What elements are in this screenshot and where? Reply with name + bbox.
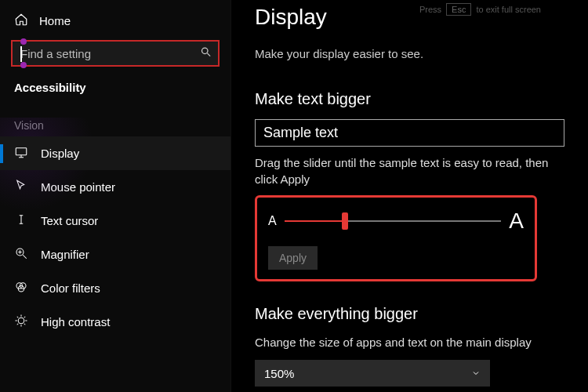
sample-text-box: Sample text — [255, 119, 564, 147]
sidebar-item-label: Color filters — [41, 281, 100, 295]
scale-instruction: Change the size of apps and text on the … — [255, 334, 564, 350]
section-heading-text-bigger: Make text bigger — [255, 90, 572, 108]
home-icon — [14, 13, 28, 29]
sidebar-item-label: Text cursor — [41, 214, 98, 227]
svg-line-19 — [24, 324, 26, 325]
svg-line-1 — [207, 53, 210, 56]
fullscreen-hint: Press Esc to exit full screen — [419, 3, 541, 16]
sidebar-item-label: Mouse pointer — [41, 180, 115, 194]
highlight-dot-icon — [20, 38, 27, 45]
page-subtitle: Make your display easier to see. — [255, 47, 572, 60]
svg-point-13 — [18, 318, 24, 324]
svg-point-0 — [202, 48, 209, 54]
scale-dropdown[interactable]: 150% — [255, 360, 490, 387]
sidebar-item-label: Magnifier — [41, 248, 89, 261]
sidebar-item-mouse-pointer[interactable]: Mouse pointer — [0, 170, 230, 204]
highlight-dot-icon — [20, 62, 27, 68]
sidebar-item-magnifier[interactable]: Magnifier — [0, 238, 230, 271]
sidebar-section-title: Accessibility — [0, 67, 230, 100]
sidebar-item-color-filters[interactable]: Color filters — [0, 271, 230, 305]
magnifier-icon — [14, 246, 28, 263]
nav-home[interactable]: Home — [0, 8, 230, 37]
sidebar-item-high-contrast[interactable]: High contrast — [0, 305, 230, 339]
text-size-slider[interactable] — [285, 220, 502, 222]
svg-line-7 — [23, 255, 27, 259]
sidebar-group-label: Vision — [0, 100, 230, 136]
chevron-down-icon — [471, 367, 481, 380]
nav-home-label: Home — [39, 14, 71, 27]
text-cursor-icon — [14, 212, 28, 229]
text-size-slider-block: A A Apply — [255, 195, 537, 281]
sidebar: Home Accessibility Vision Display Mouse … — [0, 0, 231, 392]
high-contrast-icon — [14, 314, 28, 330]
small-a-icon: A — [268, 214, 277, 228]
slider-instruction: Drag the slider until the sample text is… — [255, 154, 564, 187]
display-icon — [14, 145, 28, 162]
hint-text: to exit full screen — [476, 5, 541, 14]
slider-thumb[interactable] — [342, 212, 348, 230]
section-heading-everything-bigger: Make everything bigger — [255, 305, 572, 323]
svg-line-21 — [17, 324, 19, 325]
dropdown-value: 150% — [264, 367, 294, 380]
search-input[interactable] — [13, 42, 218, 65]
sidebar-item-label: High contrast — [41, 315, 110, 328]
sidebar-item-display[interactable]: Display — [0, 136, 230, 170]
text-caret-icon — [20, 46, 22, 62]
active-indicator-icon — [0, 144, 3, 163]
main-panel: Press Esc to exit full screen Display Ma… — [231, 0, 588, 392]
esc-key-icon: Esc — [446, 3, 471, 16]
mouse-pointer-icon — [14, 179, 28, 195]
svg-rect-2 — [16, 148, 27, 155]
big-a-icon: A — [509, 209, 524, 234]
apply-button[interactable]: Apply — [268, 246, 318, 270]
search-input-wrap[interactable] — [11, 40, 220, 67]
sidebar-item-text-cursor[interactable]: Text cursor — [0, 204, 230, 238]
slider-fill — [285, 220, 345, 222]
search-icon — [200, 46, 212, 61]
sidebar-item-label: Display — [41, 147, 79, 160]
hint-text: Press — [419, 5, 441, 14]
color-filters-icon — [14, 280, 28, 296]
svg-line-20 — [24, 317, 26, 318]
svg-line-18 — [17, 317, 19, 318]
